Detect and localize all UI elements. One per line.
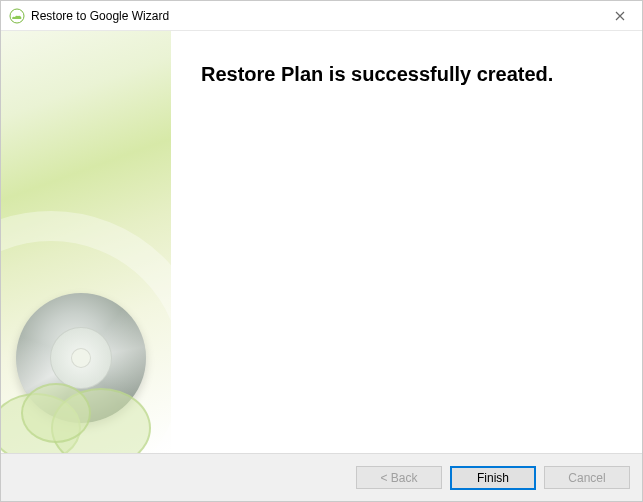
window-controls [597, 1, 642, 30]
success-heading: Restore Plan is successfully created. [201, 63, 612, 86]
app-icon [9, 8, 25, 24]
cancel-button: Cancel [544, 466, 630, 489]
titlebar: Restore to Google Wizard [1, 1, 642, 31]
wizard-body: Restore Plan is successfully created. [1, 31, 642, 453]
wizard-sidebar-graphic [1, 31, 171, 453]
wizard-footer: < Back Finish Cancel [1, 453, 642, 501]
cloud-graphic [1, 373, 171, 453]
back-button: < Back [356, 466, 442, 489]
wizard-content: Restore Plan is successfully created. [171, 31, 642, 453]
window-title: Restore to Google Wizard [31, 9, 597, 23]
close-button[interactable] [597, 1, 642, 30]
finish-button[interactable]: Finish [450, 466, 536, 490]
wizard-window: Restore to Google Wizard Restore Plan is… [0, 0, 643, 502]
